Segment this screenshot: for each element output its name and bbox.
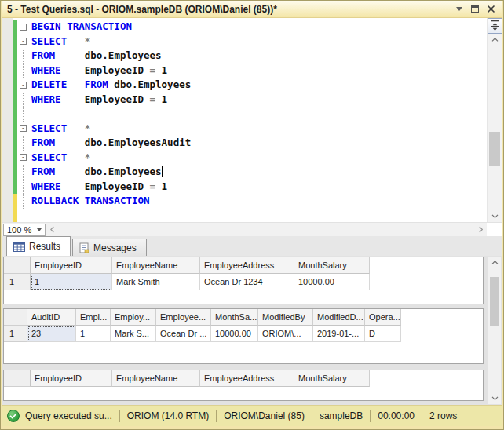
grid-cell[interactable]: 2019-01-... xyxy=(313,326,365,342)
column-header[interactable]: EmployeeName xyxy=(112,370,200,387)
grid-cell[interactable]: Mark S... xyxy=(111,326,156,342)
code-line[interactable]: WHERE EmployeeID = 1 xyxy=(13,180,487,195)
code-line[interactable]: WHERE EmployeeID = 1 xyxy=(13,93,487,108)
scroll-left-button[interactable] xyxy=(46,223,58,236)
column-header[interactable]: EmployeeName xyxy=(112,257,200,274)
row-header[interactable]: 1 xyxy=(4,326,27,342)
column-header[interactable]: Opera... xyxy=(365,309,401,326)
collapse-region-icon[interactable]: - xyxy=(20,125,27,132)
collapse-region-icon[interactable]: - xyxy=(20,24,27,31)
fold-margin-cell[interactable]: - xyxy=(17,78,29,93)
grid-header-row: EmployeeIDEmployeeNameEmployeeAddressMon… xyxy=(4,370,483,387)
tab-results[interactable]: Results xyxy=(6,236,71,256)
title-bar[interactable]: 5 - Test Queries.sql - ORIOM.sampleDB (O… xyxy=(2,1,502,18)
fold-margin-cell xyxy=(17,180,29,195)
chevron-down-icon xyxy=(491,214,499,218)
code-line[interactable]: FROM dbo.EmployeesAudit xyxy=(13,136,487,151)
code-line[interactable]: -SELECT * xyxy=(13,122,487,137)
row-header[interactable]: 1 xyxy=(4,274,31,290)
text-cursor xyxy=(162,166,163,177)
results-grid-3: EmployeeIDEmployeeNameEmployeeAddressMon… xyxy=(3,370,484,401)
table-row[interactable]: 11Mark SmithOcean Dr 123410000.00 xyxy=(4,274,483,290)
column-header[interactable]: Employ... xyxy=(111,309,156,326)
scroll-down-button[interactable] xyxy=(488,210,502,222)
scroll-up-button[interactable] xyxy=(488,257,501,268)
splitter-button[interactable] xyxy=(488,18,502,34)
column-header[interactable]: Empl... xyxy=(76,309,111,326)
sql-code-text: SELECT * xyxy=(29,122,487,137)
scroll-up-button[interactable] xyxy=(488,34,502,46)
column-header[interactable]: Employee... xyxy=(156,309,211,326)
column-header[interactable]: MonthSa... xyxy=(211,309,258,326)
collapse-region-icon[interactable]: - xyxy=(20,154,27,161)
chevron-up-icon xyxy=(491,38,499,42)
tab-messages[interactable]: Messages xyxy=(72,239,147,256)
code-line[interactable]: -SELECT * xyxy=(13,151,487,166)
sql-code-text xyxy=(29,209,487,223)
grid-cell[interactable]: Ocean Dr 1234 xyxy=(200,274,294,290)
column-header[interactable]: ModifiedBy xyxy=(258,309,313,326)
column-header[interactable]: EmployeeID xyxy=(31,257,112,274)
status-separator xyxy=(312,410,312,422)
grid-cell[interactable]: ORIOM\... xyxy=(258,326,313,342)
column-header[interactable]: AuditID xyxy=(27,309,76,326)
column-header[interactable]: MonthSalary xyxy=(294,257,370,274)
column-header[interactable]: MonthSalary xyxy=(294,370,370,387)
float-window-icon xyxy=(471,5,479,13)
float-window-button[interactable] xyxy=(469,3,481,16)
close-button[interactable] xyxy=(484,3,497,16)
sql-code-text: SELECT * xyxy=(29,151,487,166)
fold-margin-cell[interactable]: - xyxy=(17,122,29,137)
messages-page-icon xyxy=(79,242,89,253)
code-line[interactable]: ROLLBACK TRANSACTION xyxy=(13,194,487,209)
grid-cell[interactable]: 23 xyxy=(27,326,76,342)
fold-guide-line xyxy=(23,93,24,108)
grid-cell[interactable]: 10000.00 xyxy=(294,274,370,290)
zoom-level-dropdown[interactable]: 100 % xyxy=(3,224,46,236)
grid-cell[interactable]: Mark Smith xyxy=(112,274,200,290)
collapse-region-icon[interactable]: - xyxy=(20,82,27,89)
code-line[interactable]: FROM dbo.Employees xyxy=(13,165,487,180)
grid-cell[interactable]: 1 xyxy=(76,326,111,342)
code-line[interactable]: FROM dbo.Employees xyxy=(13,49,487,64)
scrollbar-thumb[interactable] xyxy=(489,132,500,166)
code-lines: -BEGIN TRANSACTION-SELECT *FROM dbo.Empl… xyxy=(13,18,487,222)
grid-header-row: EmployeeIDEmployeeNameEmployeeAddressMon… xyxy=(4,257,483,274)
column-header[interactable]: ModifiedD... xyxy=(313,309,365,326)
sql-code-text: FROM dbo.EmployeesAudit xyxy=(29,136,487,151)
sql-code-text: FROM dbo.Employees xyxy=(29,165,487,180)
code-line[interactable] xyxy=(13,209,487,223)
table-row[interactable]: 1231Mark S...Ocean Dr ...10000.00ORIOM\.… xyxy=(4,326,483,342)
column-header[interactable]: EmployeeAddress xyxy=(200,370,294,387)
status-separator xyxy=(422,410,422,422)
chevron-down-icon xyxy=(37,228,42,231)
scroll-right-button[interactable] xyxy=(474,223,487,236)
grid-cell[interactable]: D xyxy=(365,326,401,342)
sql-editor[interactable]: -BEGIN TRANSACTION-SELECT *FROM dbo.Empl… xyxy=(2,18,502,222)
results-vertical-scrollbar[interactable] xyxy=(488,257,501,404)
fold-margin-cell xyxy=(17,93,29,108)
scrollbar-thumb[interactable] xyxy=(490,277,499,326)
column-header[interactable]: EmployeeID xyxy=(31,370,112,387)
grid-cell[interactable]: 10000.00 xyxy=(211,326,258,342)
fold-margin-cell[interactable]: - xyxy=(17,20,29,35)
grid-cell[interactable]: 1 xyxy=(31,274,112,290)
code-line[interactable]: WHERE EmployeeID = 1 xyxy=(13,64,487,78)
status-database: sampleDB xyxy=(320,410,363,421)
chevron-right-icon xyxy=(479,226,483,233)
fold-margin-cell[interactable]: - xyxy=(17,35,29,49)
column-header[interactable]: EmployeeAddress xyxy=(200,257,294,274)
code-line[interactable]: -SELECT * xyxy=(13,35,487,49)
editor-vertical-scrollbar[interactable] xyxy=(487,18,502,222)
code-line[interactable]: -DELETE FROM dbo.Employees xyxy=(13,78,487,93)
fold-margin-cell[interactable]: - xyxy=(17,151,29,166)
grid-cell[interactable]: Ocean Dr ... xyxy=(156,326,211,342)
code-line[interactable] xyxy=(13,107,487,122)
status-row-count: 2 rows xyxy=(429,410,457,421)
code-line[interactable]: -BEGIN TRANSACTION xyxy=(13,20,487,35)
fold-guide-line xyxy=(23,194,24,209)
window-menu-button[interactable] xyxy=(453,3,466,16)
collapse-region-icon[interactable]: - xyxy=(20,38,27,45)
horizontal-scrollbar-track[interactable] xyxy=(58,223,474,236)
scroll-down-button[interactable] xyxy=(488,392,501,404)
